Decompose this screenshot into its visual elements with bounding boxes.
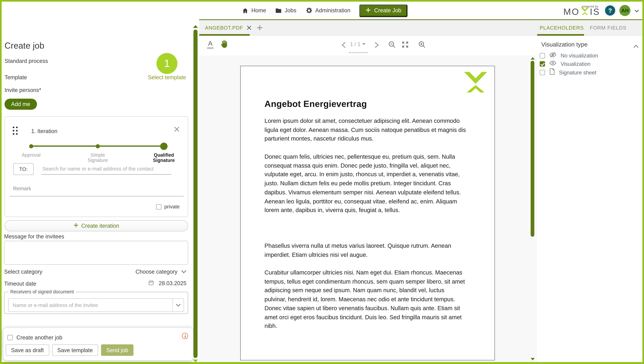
chevron-down-icon[interactable] (173, 303, 184, 307)
remark-label: Remark (13, 186, 31, 191)
visualization-checkbox[interactable] (540, 61, 545, 67)
document-paragraph: Phasellus viverra nulla ut metus varius … (264, 242, 466, 259)
private-option[interactable]: private (156, 204, 180, 210)
save-template-button[interactable]: Save template (52, 344, 98, 356)
slider-stop-simple[interactable] (96, 144, 100, 148)
drag-handle-icon[interactable] (13, 127, 18, 135)
avatar[interactable]: AH (619, 5, 630, 16)
hand-pan-tool[interactable] (220, 39, 228, 51)
nav-item-label: Administration (315, 8, 350, 14)
placeholders-panel: PLACEHOLDERS FORM FIELDS Visualization t… (537, 19, 642, 362)
slider-label-approval: Approval (14, 152, 48, 158)
help-label: ? (608, 7, 612, 14)
pdf-toolbar: A 1 / 1 (199, 36, 537, 56)
process-label: Standard process (4, 58, 48, 64)
document-paragraph: Donec quam felis, ultricies nec, pellent… (264, 152, 466, 215)
slider-handle-qualified[interactable] (160, 143, 168, 150)
private-checkbox[interactable] (156, 204, 162, 209)
save-as-draft-button[interactable]: Save as draft (6, 344, 49, 356)
main-area: Create job Standard process 1 Template S… (2, 19, 642, 362)
nav-item-jobs[interactable]: Jobs (275, 7, 296, 14)
create-another-option[interactable]: Create another job (8, 334, 62, 340)
close-icon[interactable] (247, 24, 251, 32)
scroll-up-arrow[interactable] (193, 25, 198, 28)
document-title: Angebot Energievertrag (264, 99, 367, 109)
nav-item-label: Home (252, 8, 266, 14)
no-visualization-checkbox[interactable] (540, 53, 545, 58)
close-icon[interactable] (174, 127, 180, 133)
fullscreen-icon[interactable] (401, 41, 409, 50)
document-viewer-panel: ANGEBOT.PDF A 1 / 1 (199, 19, 537, 362)
collapse-chevron-icon[interactable] (633, 42, 639, 50)
left-panel-scrollbar[interactable] (193, 19, 198, 362)
eye-off-icon (549, 52, 556, 60)
right-tabbar: PLACEHOLDERS FORM FIELDS (537, 20, 642, 36)
avatar-initials: AH (621, 8, 629, 13)
pdf-viewport[interactable]: Angebot Energievertrag Lorem ipsum dolor… (199, 56, 537, 362)
slider-stop-approval[interactable] (29, 144, 33, 148)
contact-search-input[interactable] (42, 163, 171, 175)
remark-input[interactable] (10, 196, 184, 196)
tab-placeholders[interactable]: PLACEHOLDERS (540, 25, 584, 31)
next-page-button[interactable] (374, 42, 379, 50)
nav-item-administration[interactable]: Administration (305, 7, 350, 14)
slider-label-simple-signature: Simple Signature (80, 152, 115, 163)
timeout-date-picker[interactable]: 28.03.2025 (148, 280, 186, 287)
main-nav: Home Jobs Administration Create Job (242, 2, 408, 19)
help-button[interactable]: ? (605, 6, 615, 16)
tab-form-fields[interactable]: FORM FIELDS (590, 25, 626, 31)
message-textarea[interactable] (4, 241, 188, 265)
category-select[interactable]: Choose category (136, 269, 186, 275)
send-job-button[interactable]: Send job (101, 344, 134, 356)
page-indicator[interactable]: 1 / 1 (348, 41, 367, 47)
step-badge: 1 (156, 53, 178, 74)
active-tab-indicator (199, 34, 250, 36)
receivers-placeholder: Name or e-mail address of the invitee (8, 302, 172, 308)
app-window: Home Jobs Administration Create Job powe… (0, 0, 644, 364)
create-another-checkbox[interactable] (8, 335, 13, 340)
viz-option-2[interactable]: Signature sheet (540, 68, 596, 76)
document-tab-label: ANGEBOT.PDF (205, 25, 243, 31)
chevron-down-icon[interactable] (634, 7, 639, 14)
create-job-button[interactable]: Create Job (360, 5, 408, 17)
scrollbar-thumb[interactable] (194, 30, 198, 358)
scroll-up-arrow[interactable] (530, 57, 535, 60)
viz-option-label: Visualization (561, 61, 590, 67)
viz-option-1[interactable]: Visualization (540, 60, 590, 68)
scroll-down-arrow[interactable] (530, 358, 535, 360)
text-annotation-tool[interactable]: A (206, 40, 214, 49)
scroll-down-arrow[interactable] (193, 359, 198, 362)
eye-icon (549, 60, 556, 68)
slider-label-qualified-signature: Qualified Signature (146, 152, 181, 163)
add-document-button[interactable] (257, 25, 263, 33)
visualization-type-heading: Visualization type (541, 41, 588, 48)
iteration-title: 1. Iteration (31, 128, 58, 134)
receivers-combobox[interactable]: Name or e-mail address of the invitee (8, 298, 184, 312)
document-paragraph: Curabitur ullamcorper ultricies nisi. Na… (264, 268, 466, 331)
add-me-button[interactable]: Add me (4, 99, 37, 110)
private-label: private (164, 204, 180, 210)
select-template-link[interactable]: Select template (148, 75, 186, 81)
previous-page-button[interactable] (342, 42, 346, 50)
nav-item-home[interactable]: Home (242, 7, 266, 14)
info-icon[interactable] (182, 333, 188, 339)
viz-option-0[interactable]: No visualization (540, 52, 598, 60)
signature-sheet-checkbox[interactable] (540, 70, 545, 75)
page-indicator-underline (349, 52, 368, 53)
zoom-out-icon[interactable] (388, 41, 396, 50)
create-iteration-button[interactable]: Create iteration (4, 220, 188, 231)
brand-text-right: IS (590, 7, 600, 16)
zoom-in-icon[interactable] (418, 41, 426, 50)
caret-down-icon (362, 43, 365, 45)
document-tab[interactable]: ANGEBOT.PDF (205, 20, 251, 35)
calendar-icon (148, 280, 154, 287)
create-job-label: Create Job (374, 8, 401, 14)
app-frame: Home Jobs Administration Create Job powe… (0, 0, 644, 364)
home-icon (242, 7, 248, 14)
plus-icon (74, 223, 78, 229)
scrollbar-thumb[interactable] (530, 61, 534, 237)
document-icon (549, 68, 555, 76)
message-label: Message for the invitees (4, 233, 64, 240)
pdf-scrollbar[interactable] (530, 56, 535, 362)
nav-item-label: Jobs (284, 8, 296, 14)
